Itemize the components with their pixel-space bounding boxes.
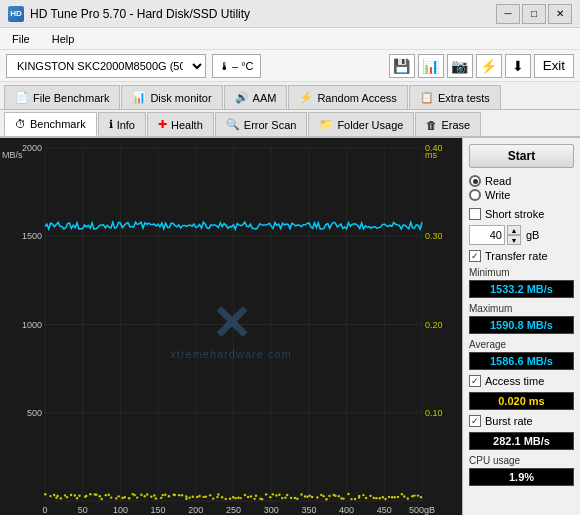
cpu-label: CPU usage: [469, 455, 574, 466]
tab-error-scan-label: Error Scan: [244, 119, 297, 131]
stroke-up[interactable]: ▲: [507, 225, 521, 235]
short-stroke-checkbox[interactable]: Short stroke: [469, 208, 574, 220]
tab-benchmark-label: Benchmark: [30, 118, 86, 130]
write-radio[interactable]: Write: [469, 189, 574, 201]
stroke-input[interactable]: 40: [469, 225, 505, 245]
device-bar: KINGSTON SKC2000M8500G (500 gB) 🌡 – °C 💾…: [0, 50, 580, 82]
access-value: 0.020 ms: [469, 392, 574, 410]
tab-health-label: Health: [171, 119, 203, 131]
write-radio-dot: [469, 189, 481, 201]
tab-random-access-label: Random Access: [317, 92, 396, 104]
main-content: ✕ xtremehardware.com Start Read Write Sh…: [0, 138, 580, 515]
tab-bar-row2: ⏱ Benchmark ℹ Info ✚ Health 🔍 Error Scan…: [0, 110, 580, 137]
read-radio[interactable]: Read: [469, 175, 574, 187]
tab-container: 📄 File Benchmark 📊 Disk monitor 🔊 AAM ⚡ …: [0, 82, 580, 138]
short-stroke-label: Short stroke: [485, 208, 544, 220]
maximum-block: Maximum 1590.8 MB/s: [469, 303, 574, 334]
error-scan-icon: 🔍: [226, 118, 240, 131]
average-label: Average: [469, 339, 574, 350]
read-radio-dot: [469, 175, 481, 187]
app-icon: HD: [8, 6, 24, 22]
tab-folder-usage-label: Folder Usage: [337, 119, 403, 131]
maximize-button[interactable]: □: [522, 4, 546, 24]
side-panel: Start Read Write Short stroke 40 ▲ ▼ gB: [462, 138, 580, 515]
tab-disk-monitor[interactable]: 📊 Disk monitor: [121, 85, 222, 109]
close-button[interactable]: ✕: [548, 4, 572, 24]
transfer-rate-checkbox[interactable]: ✓ Transfer rate: [469, 250, 574, 262]
short-stroke-box: [469, 208, 481, 220]
erase-icon: 🗑: [426, 119, 437, 131]
stroke-spinners: ▲ ▼: [507, 225, 521, 245]
menu-bar: File Help: [0, 28, 580, 50]
tab-aam-label: AAM: [253, 92, 277, 104]
transfer-rate-label: Transfer rate: [485, 250, 548, 262]
read-label: Read: [485, 175, 511, 187]
disk-monitor-icon: 📊: [132, 91, 146, 104]
tab-file-benchmark-label: File Benchmark: [33, 92, 109, 104]
temperature-display: 🌡 – °C: [212, 54, 261, 78]
tab-error-scan[interactable]: 🔍 Error Scan: [215, 112, 308, 136]
temp-value: – °C: [232, 60, 254, 72]
tab-folder-usage[interactable]: 📁 Folder Usage: [308, 112, 414, 136]
stroke-value-group: 40 ▲ ▼ gB: [469, 225, 574, 245]
minimum-block: Minimum 1533.2 MB/s: [469, 267, 574, 298]
icon-chart[interactable]: 📊: [418, 54, 444, 78]
access-time-label: Access time: [485, 375, 544, 387]
minimize-button[interactable]: ─: [496, 4, 520, 24]
thermometer-icon: 🌡: [219, 60, 230, 72]
maximum-value: 1590.8 MB/s: [469, 316, 574, 334]
title-bar-left: HD HD Tune Pro 5.70 - Hard Disk/SSD Util…: [8, 6, 250, 22]
tab-disk-monitor-label: Disk monitor: [150, 92, 211, 104]
stroke-down[interactable]: ▼: [507, 235, 521, 245]
cpu-block: CPU usage 1.9%: [469, 455, 574, 486]
menu-help[interactable]: Help: [46, 31, 81, 47]
burst-rate-label: Burst rate: [485, 415, 533, 427]
gb-unit: gB: [526, 229, 539, 241]
minimum-value: 1533.2 MB/s: [469, 280, 574, 298]
maximum-label: Maximum: [469, 303, 574, 314]
access-time-box: ✓: [469, 375, 481, 387]
average-value: 1586.6 MB/s: [469, 352, 574, 370]
access-time-checkbox[interactable]: ✓ Access time: [469, 375, 574, 387]
tab-extra-tests-label: Extra tests: [438, 92, 490, 104]
extra-tests-icon: 📋: [420, 91, 434, 104]
transfer-rate-box: ✓: [469, 250, 481, 262]
random-access-icon: ⚡: [299, 91, 313, 104]
tab-bar-row1: 📄 File Benchmark 📊 Disk monitor 🔊 AAM ⚡ …: [0, 82, 580, 110]
tab-info-label: Info: [117, 119, 135, 131]
tab-random-access[interactable]: ⚡ Random Access: [288, 85, 407, 109]
tab-health[interactable]: ✚ Health: [147, 112, 214, 136]
icon-flash[interactable]: ⚡: [476, 54, 502, 78]
benchmark-icon: ⏱: [15, 118, 26, 130]
toolbar-icons: 💾 📊 📷 ⚡ ⬇ Exit: [389, 54, 574, 78]
read-write-group: Read Write: [469, 175, 574, 201]
tab-benchmark[interactable]: ⏱ Benchmark: [4, 112, 97, 136]
menu-file[interactable]: File: [6, 31, 36, 47]
tab-erase-label: Erase: [441, 119, 470, 131]
cpu-value: 1.9%: [469, 468, 574, 486]
info-icon: ℹ: [109, 118, 113, 131]
window-title: HD Tune Pro 5.70 - Hard Disk/SSD Utility: [30, 7, 250, 21]
tab-aam[interactable]: 🔊 AAM: [224, 85, 288, 109]
start-button[interactable]: Start: [469, 144, 574, 168]
icon-download[interactable]: ⬇: [505, 54, 531, 78]
chart-area: ✕ xtremehardware.com: [0, 138, 462, 515]
burst-rate-checkbox[interactable]: ✓ Burst rate: [469, 415, 574, 427]
burst-rate-box: ✓: [469, 415, 481, 427]
aam-icon: 🔊: [235, 91, 249, 104]
health-icon: ✚: [158, 118, 167, 131]
benchmark-chart: [0, 138, 462, 515]
folder-usage-icon: 📁: [319, 118, 333, 131]
exit-button[interactable]: Exit: [534, 54, 574, 78]
tab-erase[interactable]: 🗑 Erase: [415, 112, 481, 136]
title-bar: HD HD Tune Pro 5.70 - Hard Disk/SSD Util…: [0, 0, 580, 28]
device-select[interactable]: KINGSTON SKC2000M8500G (500 gB): [6, 54, 206, 78]
tab-file-benchmark[interactable]: 📄 File Benchmark: [4, 85, 120, 109]
write-label: Write: [485, 189, 510, 201]
icon-camera[interactable]: 📷: [447, 54, 473, 78]
access-block: 0.020 ms: [469, 392, 574, 410]
window-controls: ─ □ ✕: [496, 4, 572, 24]
tab-extra-tests[interactable]: 📋 Extra tests: [409, 85, 501, 109]
tab-info[interactable]: ℹ Info: [98, 112, 146, 136]
icon-hdd[interactable]: 💾: [389, 54, 415, 78]
